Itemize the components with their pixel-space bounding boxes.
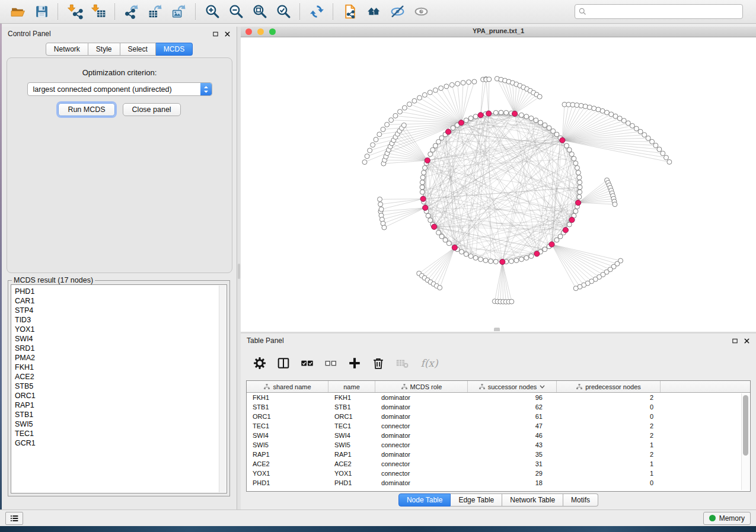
graph-node[interactable]	[646, 136, 650, 140]
graph-node[interactable]	[613, 202, 617, 207]
graph-hub-node[interactable]	[458, 120, 464, 126]
network-graph[interactable]	[241, 37, 756, 332]
mcds-result-item[interactable]: TID3	[15, 315, 227, 325]
zoom-selected-button[interactable]	[272, 2, 295, 22]
mcds-result-item[interactable]: YOX1	[15, 325, 227, 334]
graph-node[interactable]	[519, 257, 524, 262]
mcds-result-item[interactable]: STB1	[15, 410, 227, 419]
column-header-predecessor-nodes[interactable]: predecessor nodes	[557, 381, 661, 392]
export-image-button[interactable]	[167, 2, 191, 22]
table-row[interactable]: TEC1TEC1connector472	[247, 421, 750, 431]
table-scrollbar-thumb[interactable]	[743, 395, 748, 456]
float-panel-icon[interactable]	[212, 31, 219, 37]
graph-node[interactable]	[634, 126, 639, 131]
tab-motifs[interactable]: Motifs	[563, 493, 598, 507]
graph-node[interactable]	[567, 148, 572, 152]
mcds-result-item[interactable]: GCR1	[15, 438, 227, 448]
graph-node[interactable]	[433, 143, 438, 148]
add-column-button[interactable]	[347, 356, 362, 370]
graph-node[interactable]	[564, 143, 569, 148]
tab-style[interactable]: Style	[88, 43, 120, 56]
graph-node[interactable]	[626, 121, 630, 126]
graph-hub-node[interactable]	[423, 205, 428, 210]
mcds-result-item[interactable]: CAR1	[15, 296, 227, 306]
graph-node[interactable]	[592, 106, 596, 111]
graph-node[interactable]	[438, 286, 442, 290]
home-button[interactable]	[362, 2, 385, 22]
table-row[interactable]: ORC1ORC1dominator610	[247, 412, 750, 421]
graph-hub-node[interactable]	[534, 251, 540, 257]
tab-node-table[interactable]: Node Table	[398, 493, 451, 507]
tab-select[interactable]: Select	[120, 43, 156, 56]
table-row[interactable]: SWI4SWI4dominator462	[247, 431, 750, 440]
table-row[interactable]: FKH1FKH1dominator962	[247, 393, 750, 402]
graph-node[interactable]	[667, 159, 672, 164]
graph-node[interactable]	[630, 123, 634, 128]
export-table-button[interactable]	[143, 2, 167, 22]
graph-node[interactable]	[412, 98, 417, 103]
splitter-dimple[interactable]	[494, 328, 500, 331]
close-panel-icon[interactable]	[744, 338, 750, 344]
mcds-result-item[interactable]: PMA2	[15, 353, 227, 363]
graph-node[interactable]	[436, 139, 441, 144]
graph-node[interactable]	[439, 136, 444, 140]
graph-node[interactable]	[547, 126, 551, 130]
graph-hub-node[interactable]	[569, 217, 575, 223]
graph-node[interactable]	[379, 207, 384, 211]
column-header-MCDS-role[interactable]: MCDS role	[375, 381, 468, 392]
graph-hub-node[interactable]	[512, 111, 518, 116]
graph-node[interactable]	[433, 88, 438, 92]
graph-hub-node[interactable]	[563, 227, 568, 233]
graph-node[interactable]	[381, 127, 385, 132]
graph-node[interactable]	[446, 241, 451, 246]
graph-hub-node[interactable]	[425, 158, 430, 163]
mcds-result-item[interactable]: TEC1	[15, 429, 227, 438]
graph-node[interactable]	[573, 209, 578, 214]
graph-node[interactable]	[577, 194, 582, 199]
mcds-list-scrollbar[interactable]	[219, 286, 226, 492]
tab-network-table[interactable]: Network Table	[502, 493, 563, 507]
column-header-shared-name[interactable]: shared name	[247, 381, 328, 392]
table-scrollbar-track[interactable]	[741, 393, 749, 490]
mcds-result-item[interactable]: STP4	[15, 306, 227, 315]
graph-node[interactable]	[650, 139, 655, 144]
graph-node[interactable]	[464, 118, 468, 123]
graph-node[interactable]	[587, 105, 592, 110]
table-row[interactable]: RAP1RAP1dominator352	[247, 450, 750, 459]
mcds-result-item[interactable]: STB5	[15, 382, 227, 391]
graph-node[interactable]	[661, 151, 665, 156]
network-window-titlebar[interactable]: YPA_prune.txt_1	[241, 27, 756, 37]
mcds-result-item[interactable]: RAP1	[15, 400, 227, 410]
run-mcds-button[interactable]: Run MCDS	[58, 103, 114, 116]
graph-hub-node[interactable]	[500, 259, 505, 264]
graph-node[interactable]	[569, 152, 574, 156]
graph-node[interactable]	[554, 238, 559, 242]
hide-selected-button[interactable]	[385, 2, 409, 22]
graph-hub-node[interactable]	[549, 242, 554, 247]
graph-node[interactable]	[509, 299, 514, 304]
graph-node[interactable]	[422, 170, 426, 175]
graph-node[interactable]	[436, 230, 441, 235]
mcds-result-item[interactable]: ACE2	[15, 372, 227, 382]
graph-hub-node[interactable]	[420, 196, 426, 201]
float-panel-icon[interactable]	[732, 338, 738, 344]
graph-node[interactable]	[374, 137, 378, 142]
graph-hub-node[interactable]	[432, 224, 437, 229]
tab-edge-table[interactable]: Edge Table	[451, 493, 502, 507]
select-all-columns-button[interactable]	[300, 356, 314, 370]
graph-node[interactable]	[534, 118, 538, 123]
graph-node[interactable]	[389, 118, 394, 123]
graph-node[interactable]	[543, 123, 547, 127]
zoom-out-button[interactable]	[224, 2, 248, 22]
table-row[interactable]: STB1STB1dominator620	[247, 402, 750, 412]
graph-node[interactable]	[642, 133, 647, 137]
graph-node[interactable]	[524, 114, 529, 119]
table-settings-button[interactable]	[253, 356, 267, 370]
graph-node[interactable]	[514, 258, 519, 263]
graph-node[interactable]	[578, 185, 582, 190]
graph-node[interactable]	[573, 286, 578, 291]
graph-node[interactable]	[473, 255, 478, 260]
table-row[interactable]: PHD1PHD1dominator180	[247, 478, 750, 488]
graph-node[interactable]	[382, 225, 387, 230]
graph-node[interactable]	[551, 129, 556, 133]
